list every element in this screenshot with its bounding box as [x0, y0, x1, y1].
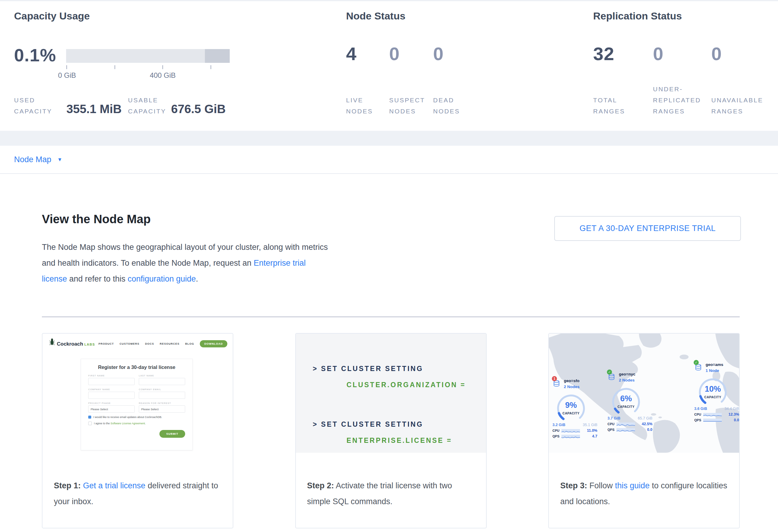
healthy-badge-icon: ✓	[607, 370, 612, 375]
roach-icon	[49, 338, 55, 346]
sql-snippet: > SET CLUSTER SETTING CLUSTER.ORGANIZATI…	[296, 333, 486, 453]
company-email-label: COMPANY EMAIL	[139, 388, 185, 391]
download-button: DOWNLOAD	[200, 340, 227, 348]
qps-sparkline	[617, 428, 635, 432]
usable-capacity-label: USABLE CAPACITY	[128, 94, 166, 117]
unavailable-ranges-label: UNAVAILABLE RANGES	[711, 94, 763, 117]
unavailable-ranges-count: 0	[711, 43, 722, 64]
node-count: 2 Nodes	[564, 384, 598, 390]
checkbox-empty-icon	[88, 422, 92, 425]
live-nodes-count: 4	[346, 43, 357, 64]
capacity-gauge: 10% CAPACITY	[697, 377, 728, 407]
capacity-bar-reserved-segment	[205, 49, 230, 63]
reason-label: REASON FOR INTEREST	[139, 402, 185, 404]
company-email-field	[139, 392, 185, 399]
map-node-ams: ✓ geo=ams 1 Node	[694, 362, 740, 422]
cluster-overview-page: Capacity Usage 0.1% 0 GiB 400 GiB USED C…	[0, 0, 778, 532]
replication-status-title: Replication Status	[593, 10, 682, 22]
step1-card: Cockroach LABS PRODUCT CUSTOMERS DOCS RE…	[42, 333, 233, 528]
software-license-link: Software License Agreement.	[111, 422, 146, 425]
reason-select: Please Select	[139, 405, 185, 412]
capacity-gauge: 6% CAPACITY	[611, 386, 642, 416]
capacity-used-percent: 0.1%	[14, 45, 56, 66]
capacity-tick-label-400: 400 GiB	[150, 71, 176, 80]
step3-card: 1 geo=sfo 2 Nodes	[548, 333, 740, 528]
sql-line: > SET CLUSTER SETTING	[313, 365, 423, 373]
trial-steps-cards: Cockroach LABS PRODUCT CUSTOMERS DOCS RE…	[42, 333, 740, 528]
suspect-nodes-count: 0	[389, 43, 400, 64]
trial-license-form: Register for a 30-day trial license FIRS…	[81, 359, 192, 450]
step3-caption: Step 3: Follow this guide to configure l…	[560, 478, 729, 510]
get-trial-license-link[interactable]: Get a trial license	[83, 481, 146, 490]
nav-resources: RESOURCES	[160, 342, 179, 345]
nav-docs: DOCS	[145, 342, 154, 345]
capacity-axis-tick	[66, 65, 67, 69]
page-title: View the Node Map	[42, 213, 151, 226]
node-map-dropdown[interactable]: Node Map ▼	[0, 146, 778, 174]
section-divider	[42, 317, 740, 317]
cpu-stat: CPU 42.5%	[608, 422, 652, 426]
under-replicated-ranges-label: UNDER- REPLICATED RANGES	[653, 83, 701, 117]
last-name-label: LAST NAME	[139, 374, 185, 377]
dead-nodes-count: 0	[433, 43, 444, 64]
cpu-stat: CPU 11.0%	[552, 429, 597, 433]
total-ranges-count: 32	[593, 43, 614, 64]
caret-down-icon[interactable]: ▼	[58, 157, 63, 163]
capacity-usage-title: Capacity Usage	[14, 10, 90, 22]
database-icon	[695, 364, 702, 371]
nav-blog: BLOG	[185, 342, 194, 345]
first-name-field	[88, 378, 135, 385]
node-map-description: The Node Map shows the geographical layo…	[42, 239, 329, 287]
qps-sparkline	[703, 419, 722, 422]
this-guide-link[interactable]: this guide	[615, 481, 650, 490]
sql-line: CLUSTER.ORGANIZATION =	[347, 381, 466, 389]
node-map-preview: 1 geo=sfo 2 Nodes	[549, 333, 740, 453]
company-name-label: COMPANY NAME	[88, 388, 135, 391]
section-gap	[0, 131, 778, 146]
used-capacity-label: USED CAPACITY	[14, 94, 52, 117]
cpu-sparkline	[617, 423, 635, 426]
get-enterprise-trial-button[interactable]: GET A 30-DAY ENTERPRISE TRIAL	[554, 216, 741, 241]
capacity-axis-tick	[114, 65, 115, 69]
nav-customers: CUSTOMERS	[120, 342, 139, 345]
qps-stat: QPS 4.7	[552, 434, 597, 438]
sql-line: ENTERPRISE.LICENSE =	[347, 437, 452, 445]
qps-stat: QPS 0.0	[694, 418, 739, 422]
license-agreement-checkbox-row: I agree to the Software License Agreemen…	[88, 422, 185, 425]
database-icon	[608, 374, 615, 380]
qps-stat: QPS 0.0	[608, 428, 652, 432]
project-phase-select: Please Select	[88, 405, 135, 412]
warning-badge-icon: 1	[552, 376, 557, 381]
used-capacity-value: 355.1 MiB	[66, 102, 122, 116]
map-node-nyc: ✓ geo=nyc 2 Nodes	[608, 371, 653, 432]
locality-name: geo=nyc	[619, 371, 653, 377]
submit-button: SUBMIT	[159, 430, 185, 438]
form-title: Register for a 30-day trial license	[88, 365, 185, 370]
email-updates-checkbox-row: I would like to receive email updates ab…	[88, 415, 185, 419]
total-ranges-label: TOTAL RANGES	[593, 94, 625, 117]
checkbox-checked-icon	[88, 415, 91, 419]
node-map-dropdown-label[interactable]: Node Map	[14, 155, 52, 164]
first-name-label: FIRST NAME	[88, 374, 135, 377]
usable-capacity-value: 676.5 GiB	[171, 102, 226, 116]
capacity-tick-label-0: 0 GiB	[58, 71, 76, 80]
node-count: 1 Node	[706, 368, 740, 374]
sql-line: > SET CLUSTER SETTING	[313, 421, 423, 429]
project-phase-label: PROJECT PHASE	[88, 402, 135, 404]
cockroach-labs-logo: Cockroach LABS	[49, 338, 95, 347]
step2-card: > SET CLUSTER SETTING CLUSTER.ORGANIZATI…	[295, 333, 487, 528]
site-header: Cockroach LABS PRODUCT CUSTOMERS DOCS RE…	[43, 333, 233, 352]
dead-nodes-label: DEAD NODES	[433, 94, 460, 117]
step2-caption: Step 2: Activate the trial license with …	[307, 478, 476, 510]
locality-name: geo=sfo	[564, 378, 598, 384]
capacity-gauge: 9% CAPACITY	[555, 393, 587, 423]
live-nodes-label: LIVE NODES	[346, 94, 373, 117]
cpu-sparkline	[703, 413, 722, 416]
last-name-field	[139, 378, 185, 385]
nav-product: PRODUCT	[98, 342, 114, 345]
healthy-badge-icon: ✓	[694, 360, 699, 365]
cpu-sparkline	[561, 429, 580, 432]
cluster-summary-bar: Capacity Usage 0.1% 0 GiB 400 GiB USED C…	[0, 1, 778, 131]
capacity-bar	[66, 49, 230, 63]
configuration-guide-link[interactable]: configuration guide	[128, 275, 196, 283]
